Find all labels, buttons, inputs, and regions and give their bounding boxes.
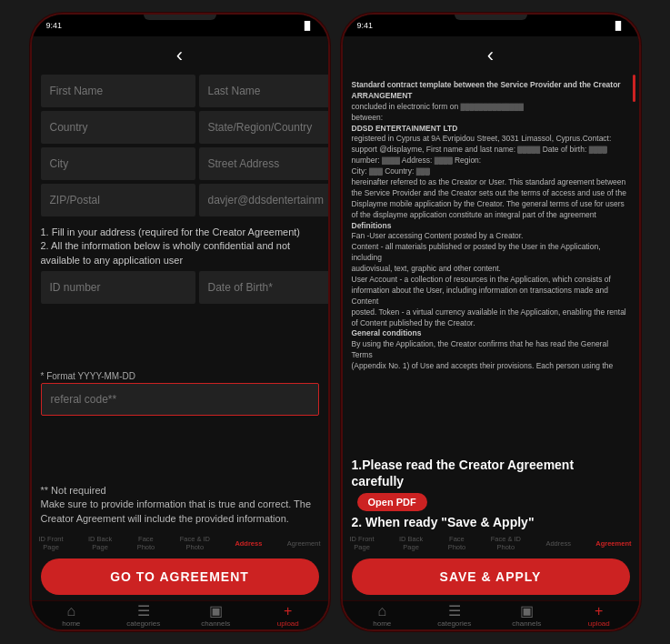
tab-bar-2: ⌂ home ☰ categories ▣ channels + upload — [343, 600, 639, 629]
upload-icon-1: + — [284, 604, 292, 619]
first-name-input[interactable] — [41, 75, 195, 107]
status-time-1: 9:41 — [46, 21, 63, 30]
status-bar-1: 9:41 ▐▌ — [32, 15, 328, 36]
tab-bar-1: ⌂ home ☰ categories ▣ channels + upload — [32, 600, 328, 629]
agreement-sub-text: 2. When ready "Save & Apply" — [352, 515, 630, 529]
categories-icon-1: ☰ — [137, 604, 150, 619]
agreement-cta-area: 1.Please read the Creator Agreement care… — [343, 453, 639, 531]
disclaimer-text: ** Not requiredMake sure to provide info… — [32, 480, 328, 531]
tab-upload-2[interactable]: + upload — [563, 604, 635, 628]
status-bar-2: 9:41 ▐▌ — [343, 15, 639, 36]
agreement-text-area: Standard contract template between the S… — [343, 75, 639, 453]
info-text-1: 1. Fill in your address (required for th… — [32, 220, 328, 271]
tab-upload-label-1: upload — [277, 619, 299, 628]
status-battery-2: ▐▌ — [613, 21, 625, 30]
zip-input[interactable] — [41, 184, 195, 216]
step-id-front-1: ID FrontPage — [39, 535, 64, 551]
tab-home-2[interactable]: ⌂ home — [346, 604, 419, 628]
format-hint: * Format YYYY-MM-DD — [32, 369, 328, 383]
step-bar-2: ID FrontPage ID BackPage FacePhoto Face … — [343, 531, 639, 555]
tab-upload-label-2: upload — [588, 619, 610, 628]
id-dob-row — [41, 271, 319, 304]
dob-input[interactable] — [199, 271, 328, 304]
step-face-id-1: Face & IDPhoto — [180, 535, 210, 551]
home-icon-2: ⌂ — [377, 604, 386, 619]
tab-channels-2[interactable]: ▣ channels — [491, 604, 564, 628]
upload-icon-2: + — [595, 604, 603, 619]
tab-home-1[interactable]: ⌂ home — [35, 604, 108, 628]
zip-row — [41, 184, 319, 216]
step-address-2: Address — [545, 539, 571, 548]
scroll-indicator — [633, 75, 635, 102]
city-row — [41, 147, 319, 180]
step-id-back-2: ID BackPage — [399, 535, 423, 551]
tab-categories-2[interactable]: ☰ categories — [418, 604, 491, 628]
tab-home-label-2: home — [373, 619, 391, 628]
channels-icon-1: ▣ — [209, 604, 223, 619]
step-id-back-1: ID BackPage — [88, 535, 112, 551]
agreement-cta-text-1: 1.Please read the Creator Agreement care… — [352, 457, 630, 489]
open-pdf-button[interactable]: Open PDF — [357, 493, 427, 511]
tab-channels-label-1: channels — [201, 619, 230, 628]
step-address-1: Address — [235, 539, 262, 548]
categories-icon-2: ☰ — [448, 604, 461, 619]
step-bar-1: ID FrontPage ID BackPage FacePhoto Face … — [32, 531, 328, 555]
agreement-text: Standard contract template between the S… — [352, 80, 630, 372]
phone-address: 9:41 ▐▌ ‹ — [30, 13, 330, 631]
step-face-id-2: Face & IDPhoto — [491, 535, 521, 551]
tab-channels-label-2: channels — [512, 619, 541, 628]
tab-home-label-1: home — [62, 619, 80, 628]
channels-icon-2: ▣ — [520, 604, 534, 619]
status-battery-1: ▐▌ — [302, 21, 314, 30]
home-icon-1: ⌂ — [66, 604, 75, 619]
referral-code-input[interactable] — [41, 383, 319, 416]
go-to-agreement-button[interactable]: GO TO AGREEMENT — [41, 558, 319, 595]
country-row — [41, 111, 319, 144]
tab-upload-1[interactable]: + upload — [252, 604, 325, 628]
tab-categories-label-1: categories — [126, 619, 160, 628]
tab-categories-label-2: categories — [437, 619, 471, 628]
step-face-2: FacePhoto — [448, 535, 466, 551]
tab-channels-1[interactable]: ▣ channels — [180, 604, 253, 628]
name-row — [41, 75, 319, 107]
city-input[interactable] — [41, 147, 195, 180]
id-number-input[interactable] — [41, 271, 195, 304]
back-button-2[interactable]: ‹ — [343, 36, 639, 75]
tab-categories-1[interactable]: ☰ categories — [107, 604, 180, 628]
back-button-1[interactable]: ‹ — [32, 36, 328, 75]
country-input[interactable] — [41, 111, 195, 144]
step-face-1: FacePhoto — [137, 535, 155, 551]
cta-row-1: 1.Please read the Creator Agreement care… — [352, 457, 630, 511]
email-input[interactable] — [199, 184, 328, 216]
status-time-2: 9:41 — [357, 21, 374, 30]
save-apply-button[interactable]: SAVE & APPLY — [352, 558, 630, 595]
step-agreement-2: Agreement — [595, 539, 631, 548]
street-input[interactable] — [199, 147, 328, 180]
state-input[interactable] — [199, 111, 328, 144]
referral-row — [41, 383, 319, 416]
step-id-front-2: ID FrontPage — [350, 535, 375, 551]
phone-agreement: 9:41 ▐▌ ‹ Standard contract template bet… — [341, 13, 641, 631]
last-name-input[interactable] — [199, 75, 328, 107]
step-agreement-1: Agreement — [287, 539, 321, 548]
